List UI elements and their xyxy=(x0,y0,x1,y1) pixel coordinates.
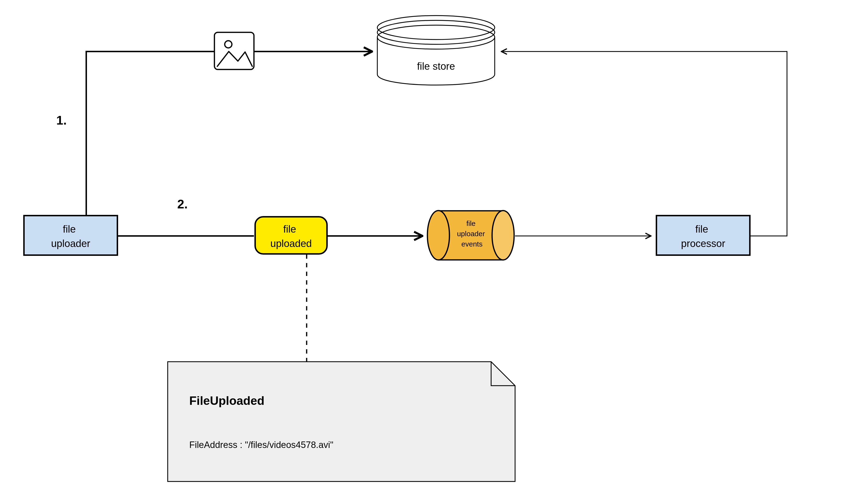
svg-point-7 xyxy=(428,211,449,260)
edge-processor-to-store xyxy=(502,52,787,236)
step-two-label: 2. xyxy=(177,197,187,211)
file-uploader-node: file uploader xyxy=(24,216,117,255)
image-icon xyxy=(214,32,254,70)
file-store-label: file store xyxy=(417,60,455,72)
note-body: FileAddress : "/files/videos4578.avi" xyxy=(189,440,333,450)
svg-point-8 xyxy=(492,211,514,260)
svg-point-0 xyxy=(377,25,495,49)
svg-rect-3 xyxy=(24,216,117,255)
file-uploaded-node: file uploaded xyxy=(255,217,327,254)
svg-rect-9 xyxy=(656,216,750,255)
note-title: FileUploaded xyxy=(189,394,265,408)
svg-point-2 xyxy=(377,16,495,39)
file-store-node: file store xyxy=(377,16,495,85)
note-box: FileUploaded FileAddress : "/files/video… xyxy=(168,362,515,482)
svg-rect-11 xyxy=(214,32,254,70)
edge-uploader-to-store xyxy=(86,52,371,216)
file-processor-node: file processor xyxy=(656,216,750,255)
svg-point-1 xyxy=(377,20,495,44)
step-one-label: 1. xyxy=(56,113,67,127)
file-uploader-events-node: file uploader events xyxy=(428,211,514,260)
